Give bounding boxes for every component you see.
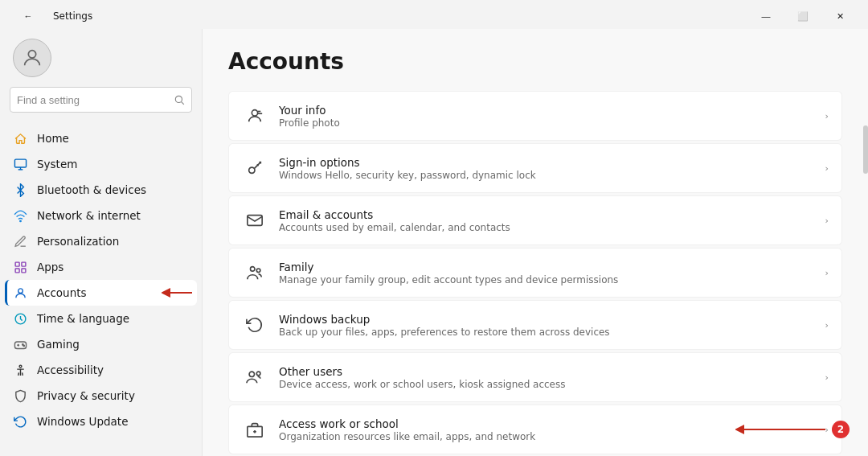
- sidebar-item-apps[interactable]: Apps: [5, 254, 197, 280]
- accounts-icon: [13, 286, 27, 300]
- svg-point-19: [19, 365, 22, 368]
- backup-title: Windows backup: [279, 313, 825, 326]
- svg-point-0: [28, 51, 35, 58]
- svg-point-1: [175, 96, 182, 102]
- annotation-1: 1: [162, 284, 203, 302]
- other-users-desc: Device access, work or school users, kio…: [279, 379, 825, 390]
- titlebar-left: ← Settings: [10, 5, 92, 27]
- sidebar-item-accessibility-label: Accessibility: [37, 364, 104, 376]
- app-title: Settings: [53, 10, 92, 22]
- settings-item-work-school[interactable]: Access work or school Organization resou…: [228, 405, 842, 454]
- chevron-icon-email: ›: [825, 216, 829, 226]
- scrollbar-thumb[interactable]: [863, 125, 868, 174]
- time-icon: [13, 311, 27, 326]
- email-text: Email & accounts Accounts used by email,…: [279, 208, 825, 233]
- page-title: Accounts: [228, 48, 842, 75]
- svg-rect-7: [15, 262, 19, 266]
- app-body: Home System: [0, 29, 868, 456]
- svg-point-6: [19, 220, 20, 221]
- minimize-button[interactable]: —: [747, 5, 784, 27]
- work-school-text: Access work or school Organization resou…: [279, 417, 825, 442]
- settings-item-email[interactable]: Email & accounts Accounts used by email,…: [228, 195, 842, 245]
- other-users-text: Other users Device access, work or schoo…: [279, 365, 825, 390]
- work-school-title: Access work or school: [279, 417, 825, 430]
- settings-item-signin[interactable]: Sign-in options Windows Hello, security …: [228, 143, 842, 193]
- svg-rect-9: [15, 268, 19, 272]
- update-icon: [13, 414, 27, 429]
- settings-item-other-users[interactable]: Other users Device access, work or schoo…: [228, 352, 842, 402]
- search-input[interactable]: [17, 94, 169, 106]
- sidebar-item-time[interactable]: Time & language: [5, 306, 197, 331]
- work-school-icon: [242, 417, 268, 442]
- chevron-icon-signin: ›: [825, 163, 829, 174]
- sidebar-item-network[interactable]: Network & internet: [5, 203, 197, 228]
- sidebar-item-update[interactable]: Windows Update: [5, 409, 197, 434]
- signin-desc: Windows Hello, security key, password, d…: [279, 170, 825, 181]
- svg-rect-10: [21, 268, 25, 272]
- svg-line-2: [182, 102, 184, 105]
- network-icon: [13, 208, 27, 223]
- back-button[interactable]: ←: [10, 5, 47, 27]
- sidebar-item-network-label: Network & internet: [37, 209, 141, 222]
- sidebar-item-system[interactable]: System: [5, 151, 197, 177]
- sidebar-item-home[interactable]: Home: [5, 125, 197, 151]
- gaming-icon: [13, 337, 27, 351]
- backup-icon: [242, 312, 268, 338]
- signin-icon: [242, 155, 268, 181]
- your-info-text: Your info Profile photo: [279, 104, 825, 129]
- maximize-button[interactable]: ⬜: [784, 5, 821, 27]
- svg-point-28: [249, 372, 254, 376]
- scrollbar[interactable]: [863, 29, 868, 456]
- your-info-icon: [242, 103, 268, 129]
- sidebar-item-accessibility[interactable]: Accessibility: [5, 357, 197, 383]
- chevron-icon-family: ›: [825, 268, 829, 278]
- family-text: Family Manage your family group, edit ac…: [279, 261, 825, 286]
- privacy-icon: [13, 388, 27, 403]
- personalization-icon: [13, 234, 27, 249]
- backup-text: Windows backup Back up your files, apps,…: [279, 313, 825, 338]
- sidebar-item-system-label: System: [37, 158, 77, 170]
- email-desc: Accounts used by email, calendar, and co…: [279, 222, 825, 233]
- apps-icon: [13, 260, 27, 274]
- settings-list: Your info Profile photo › Sign-in option…: [228, 91, 842, 456]
- settings-item-your-info[interactable]: Your info Profile photo ›: [228, 91, 842, 141]
- svg-rect-8: [21, 262, 25, 266]
- svg-point-29: [256, 372, 260, 376]
- sidebar-item-bluetooth[interactable]: Bluetooth & devices: [5, 177, 197, 203]
- family-desc: Manage your family group, edit account t…: [279, 274, 825, 286]
- svg-rect-3: [14, 159, 26, 167]
- sidebar-item-gaming-label: Gaming: [37, 338, 80, 351]
- sidebar-item-home-label: Home: [37, 132, 69, 145]
- sidebar-item-personalization-label: Personalization: [37, 235, 119, 248]
- svg-point-11: [18, 288, 23, 293]
- backup-desc: Back up your files, apps, preferences to…: [279, 327, 825, 338]
- sidebar-item-accounts[interactable]: Accounts 1: [5, 280, 197, 306]
- svg-point-23: [249, 167, 255, 173]
- other-users-icon: [242, 364, 268, 390]
- sidebar-item-personalization[interactable]: Personalization: [5, 228, 197, 254]
- sidebar-item-bluetooth-label: Bluetooth & devices: [37, 183, 146, 196]
- your-info-title: Your info: [279, 104, 825, 117]
- svg-point-26: [251, 267, 256, 272]
- settings-item-backup[interactable]: Windows backup Back up your files, apps,…: [228, 300, 842, 350]
- svg-point-20: [252, 110, 257, 116]
- main-content: Accounts Your info Profile photo ›: [203, 29, 868, 456]
- sidebar-item-update-label: Windows Update: [37, 415, 128, 428]
- family-title: Family: [279, 261, 825, 273]
- email-title: Email & accounts: [279, 208, 825, 221]
- search-icon: [174, 94, 185, 105]
- arrow-1-icon: [162, 285, 202, 301]
- chevron-icon-work-school: ›: [825, 425, 829, 435]
- avatar[interactable]: [13, 39, 51, 77]
- sidebar-item-privacy[interactable]: Privacy & security: [5, 383, 197, 409]
- sidebar-item-time-label: Time & language: [37, 312, 129, 325]
- chevron-icon-other-users: ›: [825, 372, 829, 383]
- svg-point-27: [256, 269, 260, 273]
- sidebar-item-gaming[interactable]: Gaming: [5, 331, 197, 357]
- settings-item-family[interactable]: Family Manage your family group, edit ac…: [228, 248, 842, 298]
- your-info-desc: Profile photo: [279, 117, 825, 129]
- close-button[interactable]: ✕: [821, 5, 858, 27]
- chevron-icon-backup: ›: [825, 320, 829, 331]
- search-box[interactable]: [10, 87, 192, 113]
- chevron-icon: ›: [825, 111, 829, 121]
